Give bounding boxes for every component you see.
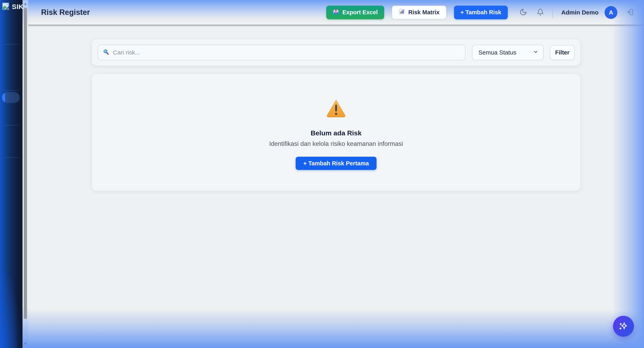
sidebar-divider: [3, 157, 19, 158]
tambah-risk-pertama-button[interactable]: + Tambah Risk Pertama: [296, 157, 376, 170]
broken-image-icon: [2, 2, 11, 11]
search-box[interactable]: [98, 45, 466, 60]
logout-button[interactable]: [627, 8, 635, 17]
status-filter-value: Semua Status: [478, 49, 516, 56]
sidebar-divider: [3, 44, 19, 45]
scroll-down-arrow[interactable]: ▼: [22, 342, 28, 346]
user-name: Admin Demo: [561, 9, 598, 16]
filter-toolbar: Semua Status Filter: [92, 39, 580, 66]
filter-button[interactable]: Filter: [550, 45, 574, 60]
vertical-scrollbar[interactable]: ▲ ▼: [22, 0, 28, 348]
logout-icon: [627, 8, 635, 17]
main-area: Risk Register Export Excel: [28, 0, 644, 348]
ai-assistant-fab[interactable]: [613, 316, 634, 337]
empty-state-title: Belum ada Risk: [310, 129, 362, 137]
header-divider: [552, 7, 553, 18]
sidebar-divider: [3, 90, 19, 90]
tambah-risk-button[interactable]: + Tambah Risk: [454, 6, 508, 19]
bar-chart-icon: [399, 8, 405, 16]
empty-state-subtitle: Identifikasi dan kelola risiko keamanan …: [269, 140, 403, 147]
dark-mode-toggle[interactable]: [520, 8, 527, 16]
sparkles-icon: [618, 321, 629, 332]
risk-matrix-button[interactable]: Risk Matrix: [392, 6, 446, 19]
content: Semua Status Filter: [92, 25, 580, 191]
moon-icon: [520, 8, 527, 16]
page-title: Risk Register: [41, 8, 90, 17]
header-icon-group: Admin Demo A: [520, 6, 635, 19]
header-actions: Export Excel Risk Matrix + Tambah Risk: [326, 6, 508, 19]
export-excel-button[interactable]: Export Excel: [326, 6, 384, 19]
header: Risk Register Export Excel: [28, 0, 644, 25]
empty-state-card: Belum ada Risk Identifikasi dan kelola r…: [92, 74, 580, 191]
bell-icon: [537, 8, 544, 16]
scroll-up-arrow[interactable]: ▲: [22, 2, 28, 6]
scrollbar-thumb[interactable]: [24, 8, 27, 319]
inbox-tray-icon: [333, 8, 339, 16]
sidebar-divider: [3, 125, 19, 125]
sidebar-item-active[interactable]: [2, 92, 20, 103]
app-logo[interactable]: SIK: [0, 0, 22, 13]
notifications-button[interactable]: [537, 8, 544, 16]
sidebar: SIK: [0, 0, 22, 348]
warning-icon: [326, 99, 346, 118]
search-input[interactable]: [113, 49, 460, 56]
search-icon: [103, 49, 109, 56]
chevron-down-icon: [533, 49, 538, 56]
avatar[interactable]: A: [604, 6, 618, 19]
status-filter-select[interactable]: Semua Status: [472, 45, 544, 60]
logo-alt-text: SIK: [12, 3, 22, 11]
